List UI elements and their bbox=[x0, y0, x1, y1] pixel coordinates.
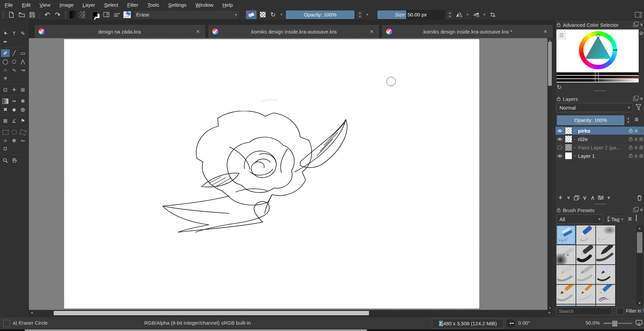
ellipse-select-tool[interactable] bbox=[10, 128, 18, 136]
edit-brush-settings-button[interactable] bbox=[112, 10, 121, 19]
zoom-tool[interactable] bbox=[1, 156, 10, 164]
details-view-button[interactable] bbox=[636, 215, 637, 221]
spin-down-icon[interactable]: ▼ bbox=[447, 15, 453, 18]
crop-tool[interactable]: ⊞ bbox=[18, 86, 27, 93]
menu-layer[interactable]: Layer bbox=[83, 2, 95, 8]
lock-open-icon[interactable] bbox=[629, 145, 633, 149]
vertical-scroll-thumb[interactable] bbox=[548, 42, 552, 86]
freehand-brush-tool[interactable]: ✐ bbox=[1, 49, 10, 57]
opacity-spinner[interactable]: ▲ ▼ bbox=[357, 10, 363, 19]
brush-preset-ink-gpen[interactable] bbox=[576, 245, 595, 264]
layer-row-paint-layer-2[interactable]: ⌐ Paint Layer 2 (pa... α bbox=[555, 143, 644, 152]
new-document-button[interactable] bbox=[7, 10, 16, 19]
layer-row-layer-1[interactable]: ⌐ Layer 1 α bbox=[555, 152, 644, 160]
move-tool[interactable]: ✛ bbox=[10, 86, 18, 93]
tab-komiks-autosave-1[interactable]: .komiks design inside.kra-autosave.kra × bbox=[208, 24, 379, 38]
calligraphy-tool[interactable]: ✒ bbox=[1, 38, 10, 46]
assistants-tool[interactable]: ⊠ bbox=[1, 117, 10, 125]
preserve-alpha-toggle[interactable] bbox=[258, 10, 267, 19]
lock-open-icon[interactable] bbox=[629, 129, 633, 133]
menu-edit[interactable]: Edit bbox=[22, 2, 31, 8]
brush-preset-partial[interactable] bbox=[576, 305, 595, 306]
spin-down-icon[interactable]: ▼ bbox=[357, 15, 363, 18]
scroll-up-icon[interactable]: ▲ bbox=[547, 39, 552, 42]
delete-layer-button[interactable] bbox=[636, 194, 643, 202]
measure-tool[interactable]: ∠ bbox=[10, 117, 18, 125]
redo-button[interactable]: ↷ bbox=[53, 10, 62, 19]
shade-slider-2[interactable] bbox=[556, 76, 639, 79]
toolbar-grip-2[interactable] bbox=[65, 11, 67, 18]
mirror-vertical-button[interactable] bbox=[472, 10, 480, 19]
polyline-tool[interactable]: ⋀ bbox=[18, 58, 27, 65]
similar-color-select-tool[interactable]: ✻ bbox=[10, 137, 18, 144]
selector-settings-button[interactable] bbox=[558, 31, 566, 40]
brush-preset-marker-dry[interactable] bbox=[596, 245, 615, 264]
move-layer-up-button[interactable]: ∧ bbox=[589, 194, 596, 202]
workspace-block-button[interactable] bbox=[102, 10, 111, 19]
text-tool[interactable]: T bbox=[10, 29, 18, 37]
multibrush-tool[interactable]: ✳ bbox=[1, 74, 10, 82]
close-panel-icon[interactable]: × bbox=[640, 96, 643, 101]
scroll-up-icon[interactable]: ▲ bbox=[636, 226, 643, 230]
shade-handle[interactable] bbox=[595, 75, 599, 79]
alpha-lock-icon[interactable]: α bbox=[635, 145, 637, 150]
ellipse-tool[interactable]: ◯ bbox=[1, 58, 10, 65]
brush-scroll-thumb[interactable] bbox=[637, 232, 642, 253]
layer-row-pirko[interactable]: ⌐ pírko α bbox=[555, 127, 644, 135]
alpha-lock-icon[interactable]: α bbox=[635, 153, 637, 158]
tag-button[interactable]: Tag ▾ bbox=[605, 214, 626, 224]
scroll-down-icon[interactable]: ▼ bbox=[636, 302, 643, 305]
bezier-curve-tool[interactable]: ∩ bbox=[1, 66, 10, 74]
reload-preset-button[interactable]: ↻ bbox=[269, 10, 277, 19]
layer-row-ruze[interactable]: ⌐ růže α bbox=[555, 135, 644, 143]
open-document-button[interactable] bbox=[17, 10, 26, 19]
select-shapes-tool[interactable]: ➤ bbox=[1, 29, 10, 37]
transform-tool[interactable]: ⊡ bbox=[1, 86, 10, 93]
brush-preset-pencil-blue[interactable] bbox=[596, 285, 615, 304]
canvas-vertical-scrollbar[interactable]: ▲ ▼ bbox=[547, 38, 552, 310]
tab-close-icon[interactable]: × bbox=[368, 28, 375, 35]
shade-slider-3[interactable] bbox=[556, 79, 639, 82]
tab-design-na-zada[interactable]: design na záda.kra × bbox=[34, 24, 206, 38]
fit-to-screen-button[interactable] bbox=[635, 320, 643, 326]
layer-opacity-slider[interactable]: Opacity: 100% bbox=[556, 115, 625, 126]
layer-options-menu-button[interactable]: ≡ bbox=[635, 116, 638, 123]
pattern-tool[interactable]: ✖ bbox=[1, 106, 10, 113]
spin-down-icon[interactable]: ▼ bbox=[625, 120, 631, 124]
layer-opacity-spinner[interactable]: ▲ ▼ bbox=[625, 115, 632, 126]
menu-file[interactable]: File bbox=[5, 2, 13, 8]
scroll-right-icon[interactable]: ► bbox=[548, 311, 551, 314]
spin-up-icon[interactable]: ▲ bbox=[625, 117, 631, 120]
brush-preset-detail-round[interactable] bbox=[596, 265, 615, 284]
layer-thumbnail[interactable] bbox=[565, 144, 572, 151]
menu-help[interactable]: Help bbox=[222, 2, 233, 8]
duplicate-layer-button[interactable] bbox=[573, 194, 580, 202]
lock-open-icon[interactable] bbox=[629, 137, 633, 141]
visibility-eye-icon[interactable] bbox=[557, 129, 563, 133]
visibility-eye-icon[interactable] bbox=[557, 146, 563, 149]
freehand-path-tool[interactable]: ∿ bbox=[10, 66, 18, 74]
float-panel-icon[interactable] bbox=[633, 208, 638, 212]
gradient-chooser-button[interactable] bbox=[69, 11, 86, 19]
save-button[interactable] bbox=[28, 10, 37, 19]
edit-shapes-tool[interactable]: ✎ bbox=[18, 29, 27, 37]
spin-up-icon[interactable]: ▲ bbox=[357, 11, 363, 15]
refresh-shades-button[interactable]: ↻ bbox=[557, 84, 561, 91]
close-panel-icon[interactable]: × bbox=[640, 208, 643, 212]
trim-to-image-button[interactable] bbox=[488, 10, 497, 19]
filter-in-tag-checkbox[interactable] bbox=[617, 308, 624, 315]
menu-settings[interactable]: Settings bbox=[168, 2, 186, 8]
reference-images-tool[interactable]: ⚑ bbox=[18, 117, 27, 125]
zoom-slider-handle[interactable] bbox=[612, 320, 618, 327]
close-panel-icon[interactable]: × bbox=[640, 22, 643, 27]
no-color-button[interactable]: ⊘ bbox=[639, 30, 644, 36]
add-layer-button[interactable]: + bbox=[557, 194, 564, 202]
eraser-mode-toggle[interactable] bbox=[246, 10, 257, 19]
size-slider[interactable]: Size: 50.00 px bbox=[377, 10, 445, 19]
visibility-eye-icon[interactable] bbox=[557, 137, 563, 141]
brush-search-input[interactable] bbox=[556, 307, 612, 315]
menu-window[interactable]: Window bbox=[196, 2, 213, 8]
float-panel-icon[interactable] bbox=[633, 23, 638, 27]
brush-preset-partial[interactable] bbox=[556, 305, 576, 306]
menu-view[interactable]: View bbox=[40, 2, 50, 8]
